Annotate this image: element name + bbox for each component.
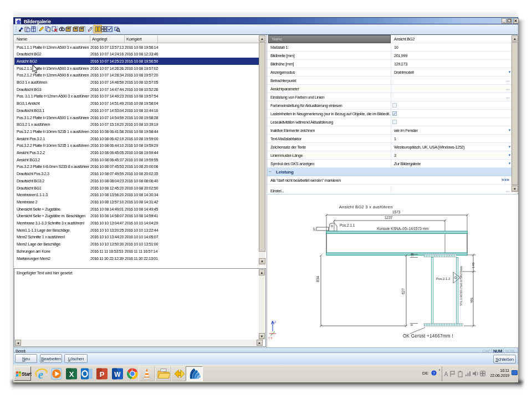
- svg-text:W: W: [114, 371, 121, 378]
- svg-text:481: 481: [469, 297, 473, 303]
- svg-text:Z: Z: [274, 320, 277, 324]
- svg-text:627: 627: [401, 288, 405, 294]
- svg-text:Ansicht BG2 3 x ausführen: Ansicht BG2 3 x ausführen: [339, 204, 393, 209]
- svg-text:STL.1 RO10.75x0.375/627 mm: STL.1 RO10.75x0.375/627 mm: [459, 266, 463, 306]
- svg-text:146: 146: [471, 262, 475, 268]
- svg-text:Pos.2.1.2: Pos.2.1.2: [436, 277, 451, 280]
- svg-text:P: P: [100, 370, 105, 378]
- svg-text:834: 834: [316, 276, 320, 282]
- svg-text:Pos.2.1.1: Pos.2.1.1: [340, 223, 355, 227]
- svg-text:37: 37: [313, 227, 316, 231]
- svg-text:Y X: Y X: [268, 337, 272, 340]
- svg-text:19: 19: [411, 253, 414, 257]
- svg-text:1237: 1237: [385, 216, 393, 219]
- svg-text:1573: 1573: [392, 210, 401, 214]
- svg-text:X: X: [69, 370, 74, 378]
- svg-text:?: ?: [433, 371, 435, 375]
- svg-text:Konsole KSNA–05–14/1573 mm: Konsole KSNA–05–14/1573 mm: [377, 227, 429, 231]
- svg-text:OK Gerüst +14667mm !: OK Gerüst +14667mm !: [403, 334, 453, 339]
- svg-text:9: 9: [410, 324, 413, 326]
